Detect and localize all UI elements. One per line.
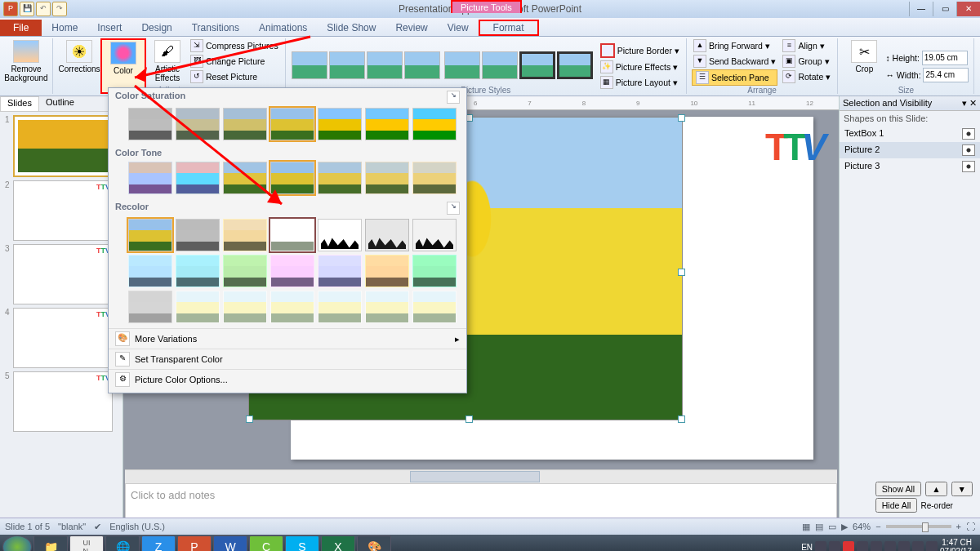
tab-view[interactable]: View xyxy=(438,20,479,36)
move-down-button[interactable]: ▼ xyxy=(951,482,973,496)
lang-indicator[interactable]: EN xyxy=(801,543,813,552)
slides-tab[interactable]: Slides xyxy=(0,96,39,111)
swatch-washout[interactable] xyxy=(270,219,314,251)
explorer-icon[interactable]: 📁 xyxy=(33,535,68,551)
swatch[interactable] xyxy=(318,255,362,287)
tray-icon[interactable] xyxy=(926,541,938,551)
tab-review[interactable]: Review xyxy=(385,20,437,36)
picture-styles-gallery[interactable] xyxy=(291,51,594,82)
swatch[interactable] xyxy=(412,108,457,140)
zoom-level[interactable]: 64% xyxy=(853,522,871,531)
slide-thumb-5[interactable]: 5TTV xyxy=(5,371,118,432)
swatch[interactable] xyxy=(270,291,314,323)
tab-home[interactable]: Home xyxy=(42,20,87,36)
swatch[interactable] xyxy=(412,291,457,323)
chrome-icon[interactable]: 🌐 xyxy=(105,535,140,551)
swatch[interactable] xyxy=(128,255,172,287)
tray-icon[interactable] xyxy=(912,541,924,551)
slide-thumb-1[interactable]: 1 xyxy=(5,115,118,177)
tray-icon[interactable] xyxy=(843,541,854,551)
horizontal-scrollbar[interactable] xyxy=(125,469,837,483)
save-icon[interactable]: 💾 xyxy=(20,2,34,16)
tab-format[interactable]: Format xyxy=(479,20,539,36)
more-variations-item[interactable]: 🎨More Variations▸ xyxy=(109,328,466,349)
start-button[interactable] xyxy=(2,535,32,551)
clock-date[interactable]: 07/02/17 xyxy=(940,547,972,551)
tray-icon[interactable] xyxy=(871,541,882,551)
show-all-button[interactable]: Show All xyxy=(875,482,921,496)
swatch[interactable] xyxy=(318,219,362,251)
swatch[interactable] xyxy=(318,162,362,194)
swatch[interactable] xyxy=(176,255,220,287)
slide-thumb-4[interactable]: 4TTV xyxy=(5,308,118,368)
swatch[interactable] xyxy=(365,291,409,323)
rotate-button[interactable]: ⟳Rotate ▾ xyxy=(781,69,832,84)
swatch[interactable] xyxy=(176,291,220,323)
notes-pane[interactable]: Click to add notes xyxy=(125,483,837,518)
eye-icon[interactable] xyxy=(962,144,975,156)
swatch[interactable] xyxy=(412,255,457,287)
swatch[interactable] xyxy=(412,219,457,251)
swatch[interactable] xyxy=(223,162,267,194)
swatch[interactable] xyxy=(223,219,267,251)
swatch[interactable] xyxy=(365,219,409,251)
align-button[interactable]: ≡Align ▾ xyxy=(781,38,832,53)
group-button[interactable]: ▣Group ▾ xyxy=(781,54,832,69)
reading-view-icon[interactable]: ▭ xyxy=(828,522,836,532)
tray-icon[interactable] xyxy=(857,541,868,551)
width-field[interactable]: ↔ Width: xyxy=(885,68,969,82)
zoom-in-button[interactable]: + xyxy=(956,522,961,531)
swatch-selected[interactable] xyxy=(270,108,314,140)
swatch-selected[interactable] xyxy=(270,162,314,194)
swatch[interactable] xyxy=(270,255,314,287)
tray-icon[interactable] xyxy=(898,541,910,551)
swatch[interactable] xyxy=(128,291,172,323)
set-transparent-item[interactable]: ✎Set Transparent Color xyxy=(109,349,466,369)
sorter-view-icon[interactable]: ▤ xyxy=(815,522,823,532)
redo-icon[interactable]: ↷ xyxy=(52,2,67,16)
zoom-slider[interactable] xyxy=(886,525,951,528)
height-field[interactable]: ↕ Height: xyxy=(885,51,969,65)
zalo-icon[interactable]: Z xyxy=(141,535,176,551)
tab-transitions[interactable]: Transitions xyxy=(182,20,249,36)
word-icon[interactable]: W xyxy=(213,535,247,551)
swatch[interactable] xyxy=(128,108,172,140)
unikey-icon[interactable]: UIN xyxy=(69,535,104,551)
tray-icon[interactable] xyxy=(829,541,840,551)
undo-icon[interactable]: ↶ xyxy=(36,2,51,16)
eye-icon[interactable] xyxy=(962,161,975,172)
coccoc-icon[interactable]: C xyxy=(249,535,283,551)
swatch[interactable] xyxy=(365,255,409,287)
color-options-item[interactable]: ⚙Picture Color Options... xyxy=(109,369,466,389)
selection-pane-dropdown-icon[interactable]: ▾ ✕ xyxy=(962,98,977,109)
shape-item-textbox1[interactable]: TextBox 1 xyxy=(840,126,980,142)
skype-icon[interactable]: S xyxy=(285,535,319,551)
swatch[interactable] xyxy=(318,108,362,140)
swatch[interactable] xyxy=(223,291,267,323)
slide-thumb-3[interactable]: 3TTV xyxy=(5,244,118,304)
launch-icon[interactable]: ↘ xyxy=(447,91,460,104)
picture-border-button[interactable]: Picture Border ▾ xyxy=(599,42,681,59)
swatch[interactable] xyxy=(176,162,220,194)
zoom-out-button[interactable]: − xyxy=(875,522,880,531)
clock-time[interactable]: 1:47 CH xyxy=(940,538,972,547)
tab-slideshow[interactable]: Slide Show xyxy=(317,20,385,36)
bring-forward-button[interactable]: ▲Bring Forward ▾ xyxy=(692,38,778,53)
shape-item-picture3[interactable]: Picture 3 xyxy=(840,158,980,175)
language-indicator[interactable]: English (U.S.) xyxy=(109,522,165,531)
swatch[interactable] xyxy=(365,108,409,140)
picture-effects-button[interactable]: ✨Picture Effects ▾ xyxy=(599,60,681,74)
reset-picture-button[interactable]: ↺Reset Picture xyxy=(189,69,280,84)
powerpoint-icon[interactable]: P xyxy=(177,535,212,551)
tab-insert[interactable]: Insert xyxy=(87,20,131,36)
tab-design[interactable]: Design xyxy=(131,20,181,36)
swatch[interactable] xyxy=(412,162,457,194)
maximize-button[interactable]: ▭ xyxy=(933,2,956,16)
close-button[interactable]: ✕ xyxy=(956,2,980,16)
tray-icon[interactable] xyxy=(884,541,896,551)
swatch[interactable] xyxy=(318,291,362,323)
slide-thumb-2[interactable]: 2TTV xyxy=(5,180,118,241)
compress-pictures-button[interactable]: ⇲Compress Pictures xyxy=(189,38,280,53)
tab-file[interactable]: File xyxy=(0,20,42,36)
slideshow-view-icon[interactable]: ▶ xyxy=(841,522,848,532)
